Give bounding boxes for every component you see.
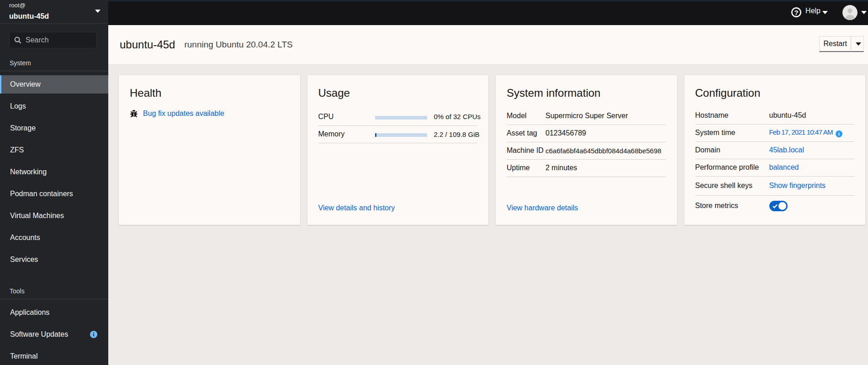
svg-text:?: ? [794, 9, 798, 16]
